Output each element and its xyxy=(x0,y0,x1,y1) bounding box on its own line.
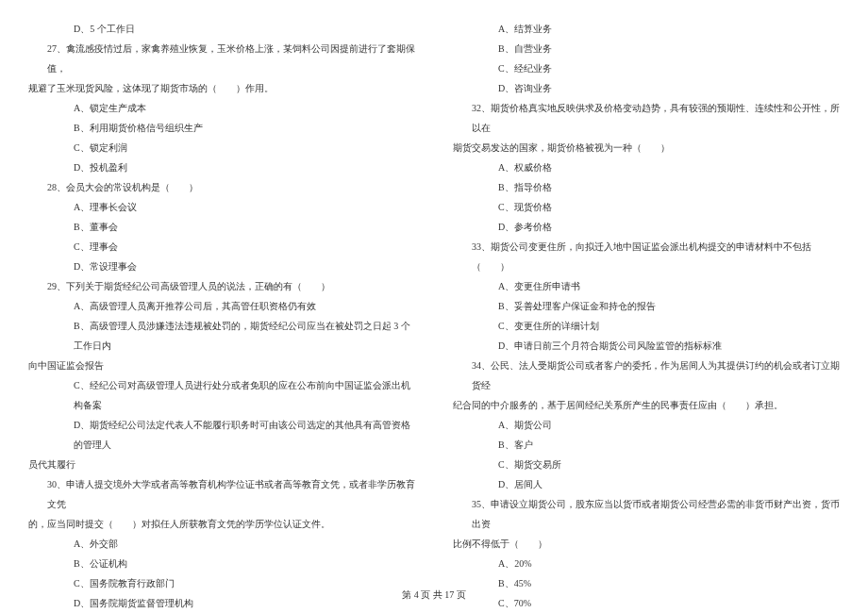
right-column: A、结算业务B、自营业务C、经纪业务D、咨询业务32、期货价格真实地反映供求及价… xyxy=(453,19,840,613)
text-line: 30、申请人提交境外大学或者高等教育机构学位证书或者高等教育文凭，或者非学历教育… xyxy=(28,474,415,514)
text-line: D、投机盈利 xyxy=(28,157,415,177)
exam-page: D、5 个工作日27、禽流感疫情过后，家禽养殖业恢复，玉米价格上涨，某饲料公司因… xyxy=(0,0,868,613)
text-line: 向中国证监会报告 xyxy=(28,356,415,375)
text-line: 比例不得低于（ ） xyxy=(453,534,840,554)
text-line: C、经纪公司对高级管理人员进行处分或者免职的应在公布前向中国证监会派出机构备案 xyxy=(28,375,415,415)
text-line: 期货交易发达的国家，期货价格被视为一种（ ） xyxy=(453,138,840,157)
text-line: A、权威价格 xyxy=(453,157,840,177)
text-line: C、变更住所的详细计划 xyxy=(453,316,840,336)
text-line: 29、下列关于期货经纪公司高级管理人员的说法，正确的有（ ） xyxy=(28,276,415,296)
text-line: 的，应当同时提交（ ）对拟任人所获教育文凭的学历学位认证文件。 xyxy=(28,514,415,534)
text-line: 纪合同的中介服务的，基于居间经纪关系所产生的民事责任应由（ ）承担。 xyxy=(453,395,840,415)
text-line: C、理事会 xyxy=(28,237,415,257)
text-line: B、高级管理人员涉嫌违法违规被处罚的，期货经纪公司应当在被处罚之日起 3 个工作… xyxy=(28,316,415,356)
text-line: B、公证机构 xyxy=(28,554,415,573)
text-line: B、妥善处理客户保证金和持仓的报告 xyxy=(453,296,840,316)
text-line: 35、申请设立期货公司，股东应当以货币或者期货公司经营必需的非货币财产出资，货币… xyxy=(453,494,840,534)
text-line: C、现货价格 xyxy=(453,197,840,217)
text-line: 28、会员大会的常设机构是（ ） xyxy=(28,177,415,197)
text-line: B、利用期货价格信号组织生产 xyxy=(28,118,415,138)
text-line: D、期货经纪公司法定代表人不能履行职务时可由该公司选定的其他具有高管资格的管理人 xyxy=(28,415,415,455)
text-line: A、锁定生产成本 xyxy=(28,98,415,118)
text-line: A、高级管理人员离开推荐公司后，其高管任职资格仍有效 xyxy=(28,296,415,316)
text-line: B、客户 xyxy=(453,435,840,455)
page-footer: 第 4 页 共 17 页 xyxy=(0,588,868,602)
text-line: B、指导价格 xyxy=(453,177,840,197)
text-line: D、申请日前三个月符合期货公司风险监管的指标标准 xyxy=(453,336,840,356)
text-line: B、自营业务 xyxy=(453,39,840,58)
text-line: A、20% xyxy=(453,554,840,573)
text-line: A、结算业务 xyxy=(453,19,840,39)
left-column: D、5 个工作日27、禽流感疫情过后，家禽养殖业恢复，玉米价格上涨，某饲料公司因… xyxy=(28,19,415,613)
text-line: 员代其履行 xyxy=(28,455,415,474)
text-line: D、咨询业务 xyxy=(453,78,840,98)
text-line: B、董事会 xyxy=(28,217,415,237)
text-line: C、期货交易所 xyxy=(453,455,840,474)
text-line: A、理事长会议 xyxy=(28,197,415,217)
text-line: D、参考价格 xyxy=(453,217,840,237)
text-line: C、经纪业务 xyxy=(453,58,840,78)
text-line: 34、公民、法人受期货公司或者客户的委托，作为居间人为其提供订约的机会或者订立期… xyxy=(453,356,840,395)
text-line: C、锁定利润 xyxy=(28,138,415,157)
text-line: 规避了玉米现货风险，这体现了期货市场的（ ）作用。 xyxy=(28,78,415,98)
text-line: D、常设理事会 xyxy=(28,257,415,276)
text-line: 32、期货价格真实地反映供求及价格变动趋势，具有较强的预期性、连续性和公开性，所… xyxy=(453,98,840,138)
text-line: A、变更住所申请书 xyxy=(453,276,840,296)
text-line: D、居间人 xyxy=(453,474,840,494)
text-line: 27、禽流感疫情过后，家禽养殖业恢复，玉米价格上涨，某饲料公司因提前进行了套期保… xyxy=(28,39,415,78)
text-line: A、期货公司 xyxy=(453,415,840,435)
text-line: D、5 个工作日 xyxy=(28,19,415,39)
text-line: 33、期货公司变更住所，向拟迁入地中国证监会派出机构提交的申请材料中不包括（ ） xyxy=(453,237,840,276)
text-line: A、外交部 xyxy=(28,534,415,554)
